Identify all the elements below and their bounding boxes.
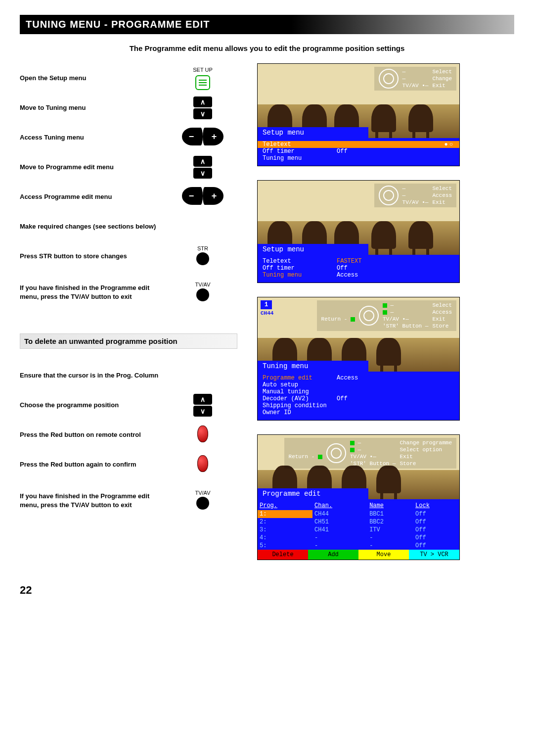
step-make-changes: Make required changes (see sections belo… bbox=[20, 222, 168, 231]
nav-up-icon: ∧ bbox=[193, 96, 212, 107]
osd-setup-teletext: —Select —Change TV/AV •—Exit Setup menu … bbox=[257, 63, 460, 166]
step-cursor-prog: Ensure that the cursor is in the Prog. C… bbox=[20, 371, 168, 380]
step-choose-pos: Choose the programme position bbox=[20, 401, 168, 410]
step-press-red-confirm: Press the Red button again to confirm bbox=[20, 460, 168, 469]
nav-up-icon: ∧ bbox=[193, 394, 212, 405]
setup-caption: SET UP bbox=[168, 67, 237, 73]
osd-title: Setup menu bbox=[258, 127, 368, 138]
action-add: Add bbox=[308, 550, 358, 560]
setup-button-icon bbox=[195, 75, 210, 90]
step-press-str: Press STR button to store changes bbox=[20, 252, 168, 261]
table-row: 4:--Off bbox=[258, 534, 459, 542]
red-button-icon bbox=[197, 425, 208, 442]
tvav-caption: TV/AV bbox=[168, 490, 237, 496]
step-exit-tvav-2: If you have finished in the Programme ed… bbox=[20, 492, 168, 509]
nav-up-icon: ∧ bbox=[193, 156, 212, 167]
step-open-setup: Open the Setup menu bbox=[20, 74, 168, 83]
step-press-red: Press the Red button on remote control bbox=[20, 430, 168, 439]
tvav-button-icon bbox=[196, 288, 209, 301]
step-exit-tvav: If you have finished in the Programme ed… bbox=[20, 284, 168, 301]
action-delete: Delete bbox=[258, 550, 308, 560]
step-access-progedit: Access Programme edit menu bbox=[20, 192, 168, 201]
str-caption: STR bbox=[168, 245, 237, 251]
step-access-tuning: Access Tuning menu bbox=[20, 133, 168, 142]
red-button-icon bbox=[197, 455, 208, 472]
nav-hint: —Change programme —Select option Return … bbox=[284, 438, 456, 469]
step-move-tuning: Move to Tuning menu bbox=[20, 103, 168, 112]
page-intro: The Programme edit menu allows you to ed… bbox=[20, 44, 514, 52]
page-number: 22 bbox=[20, 584, 514, 597]
table-row: 3:CH41ITVOff bbox=[258, 526, 459, 534]
table-row: 1:CH44BBC1Off bbox=[258, 510, 459, 518]
table-row: 5:--Off bbox=[258, 542, 459, 550]
nav-leftright-icon: −+ bbox=[182, 187, 223, 205]
table-row: 2:CH51BBC2Off bbox=[258, 518, 459, 526]
action-tvvcr: TV > VCR bbox=[409, 550, 459, 560]
nav-hint: —Select —Access Return - TV/AV •—Exit 'S… bbox=[317, 300, 456, 331]
nav-leftright-icon: −+ bbox=[182, 128, 223, 145]
osd-title: Setup menu bbox=[258, 244, 368, 255]
instructions-column: Open the Setup menu SET UP Move to Tunin… bbox=[20, 63, 237, 574]
osd-tuning-menu: 1 CH44 —Select —Access Return - TV/AV •—… bbox=[257, 297, 460, 421]
screenshots-column: —Select —Change TV/AV •—Exit Setup menu … bbox=[257, 63, 475, 574]
tvav-button-icon bbox=[196, 497, 209, 510]
osd-title: Tuning menu bbox=[258, 361, 368, 372]
nav-down-icon: ∨ bbox=[193, 108, 212, 119]
action-bar: Delete Add Move TV > VCR bbox=[258, 550, 459, 560]
osd-programme-edit: —Change programme —Select option Return … bbox=[257, 434, 460, 560]
page-title: TUNING MENU - PROGRAMME EDIT bbox=[20, 15, 514, 34]
pip-indicator: 1 CH44 bbox=[261, 300, 273, 316]
step-move-progedit: Move to Programme edit menu bbox=[20, 163, 168, 172]
action-move: Move bbox=[358, 550, 409, 560]
nav-hint: —Select —Change TV/AV •—Exit bbox=[374, 67, 456, 91]
nav-ring-icon bbox=[379, 186, 399, 205]
programme-table: Prog. Chan. Name Lock 1:CH44BBC1Off 2:CH… bbox=[258, 501, 459, 550]
nav-down-icon: ∨ bbox=[193, 406, 212, 417]
nav-ring-icon bbox=[359, 306, 379, 326]
tvav-caption: TV/AV bbox=[168, 282, 237, 287]
nav-ring-icon bbox=[326, 443, 346, 463]
str-button-icon bbox=[196, 252, 209, 265]
osd-title: Programme edit bbox=[258, 488, 368, 499]
nav-ring-icon bbox=[379, 69, 399, 89]
nav-down-icon: ∨ bbox=[193, 168, 212, 179]
osd-setup-tuning: —Select —Access TV/AV •—Exit Setup menu … bbox=[257, 180, 460, 283]
delete-subheading: To delete an unwanted programme position bbox=[20, 333, 237, 349]
nav-hint: —Select —Access TV/AV •—Exit bbox=[374, 184, 456, 207]
